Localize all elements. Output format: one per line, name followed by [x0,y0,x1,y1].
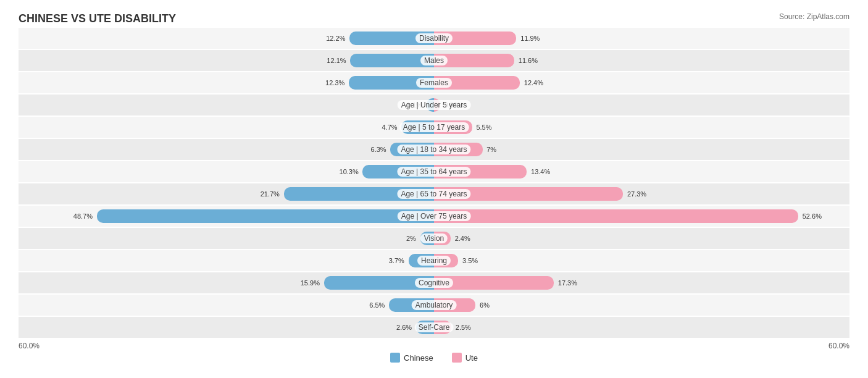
legend-label-right: Ute [465,353,478,363]
bar-center-label: Age | 5 to 17 years [399,122,469,132]
footer-left: 60.0% [19,342,40,350]
right-value-label: 12.4% [524,79,543,86]
bar-center-label: Age | 18 to 34 years [397,145,470,154]
right-value-label: 2.5% [456,324,471,331]
legend-swatch-right [452,353,462,363]
right-value-label: 5.5% [476,124,491,131]
bar-row: 10.3%13.4%Age | 35 to 64 years [19,161,849,182]
bar-center-label: Vision [420,233,448,243]
bar-row: 48.7%52.6%Age | Over 75 years [19,206,849,227]
bar-center-label: Males [420,56,448,65]
bar-row: 15.9%17.3%Cognitive [19,272,849,293]
bar-center-label: Ambulatory [412,300,457,310]
right-value-label: 3.5% [462,257,478,264]
bar-area: 4.7%5.5%Age | 5 to 17 years [19,117,849,138]
right-value-label: 11.9% [520,35,540,42]
bar-row: 12.2%11.9%Disability [19,28,849,49]
left-value-label: 2% [406,235,416,242]
source-label: Source: ZipAtlas.com [779,12,849,21]
bar-center-label: Disability [415,33,453,43]
bar-row: 21.7%27.3%Age | 65 to 74 years [19,183,849,204]
right-value-label: 13.4% [531,168,550,175]
bar-row: 2.6%2.5%Self-Care [19,317,849,338]
bar-row: 4.7%5.5%Age | 5 to 17 years [19,117,849,138]
left-value-label: 21.7% [261,190,280,198]
right-value-label: 6% [480,301,490,309]
left-value-label: 48.7% [73,212,93,220]
right-value-label: 27.3% [627,190,646,198]
bar-row: 6.5%6%Ambulatory [19,295,849,316]
right-value-label: 52.6% [803,212,822,220]
bar-area: 12.2%11.9%Disability [19,28,849,49]
left-value-label: 15.9% [301,279,320,287]
left-value-label: 3.7% [389,257,404,264]
bar-area: 2.6%2.5%Self-Care [19,317,849,338]
chart-legend: Chinese Ute [19,353,849,363]
bar-area: 6.5%6%Ambulatory [19,295,849,316]
legend-item-left: Chinese [390,353,433,363]
left-value-label: 12.1% [327,57,346,64]
bar-center-label: Age | 35 to 64 years [397,167,470,177]
left-bar [97,209,434,223]
left-value-label: 2.6% [396,324,412,331]
right-value-label: 7% [486,146,496,153]
right-bar [434,209,798,223]
bar-row: 12.3%12.4%Females [19,72,849,93]
bar-row: 1.1%0.86%Age | Under 5 years [19,94,849,116]
legend-item-right: Ute [452,353,478,363]
bar-row: 6.3%7%Age | 18 to 34 years [19,139,849,160]
bar-center-label: Hearing [417,256,451,266]
bar-area: 10.3%13.4%Age | 35 to 64 years [19,161,849,182]
left-value-label: 10.3% [340,168,359,175]
bar-area: 48.7%52.6%Age | Over 75 years [19,206,849,227]
bar-area: 6.3%7%Age | 18 to 34 years [19,139,849,160]
bar-area: 2%2.4%Vision [19,228,849,249]
bar-area: 3.7%3.5%Hearing [19,250,849,271]
bar-center-label: Females [416,78,452,88]
bar-center-label: Age | 65 to 74 years [397,189,470,199]
bar-area: 21.7%27.3%Age | 65 to 74 years [19,183,849,204]
legend-label-left: Chinese [404,353,433,363]
footer-right: 60.0% [828,342,849,350]
right-value-label: 11.6% [519,57,538,64]
bar-center-label: Age | Under 5 years [398,100,471,110]
chart-footer: 60.0% 60.0% [19,342,849,350]
right-value-label: 17.3% [558,279,577,287]
bar-center-label: Age | Over 75 years [398,211,471,221]
bar-area: 12.3%12.4%Females [19,72,849,93]
bar-area: 1.1%0.86%Age | Under 5 years [19,94,849,116]
left-value-label: 12.3% [325,79,344,86]
left-value-label: 6.5% [369,301,385,309]
left-value-label: 4.7% [382,124,397,131]
left-value-label: 12.2% [326,35,345,42]
bar-row: 2%2.4%Vision [19,228,849,249]
chart-title: CHINESE VS UTE DISABILITY [19,12,176,25]
legend-swatch-left [390,353,400,363]
bar-center-label: Cognitive [415,278,453,288]
bar-center-label: Self-Care [415,322,454,332]
bar-area: 12.1%11.6%Males [19,50,849,71]
bar-row: 12.1%11.6%Males [19,50,849,71]
chart-container: 12.2%11.9%Disability12.1%11.6%Males12.3%… [19,28,849,338]
bar-row: 3.7%3.5%Hearing [19,250,849,271]
bar-area: 15.9%17.3%Cognitive [19,272,849,293]
left-value-label: 6.3% [371,146,386,153]
right-value-label: 2.4% [455,235,470,242]
